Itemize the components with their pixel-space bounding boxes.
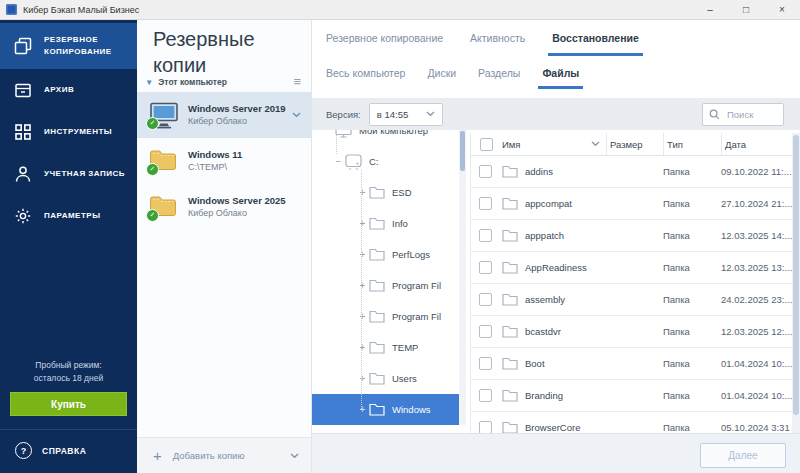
sidebar-item-label: УЧЕТНАЯ ЗАПИСЬ <box>44 168 125 180</box>
close-button[interactable]: × <box>764 0 800 20</box>
file-date: 05.10.2024 3:31 <box>721 422 792 433</box>
tree-scrollbar-thumb[interactable] <box>460 131 465 171</box>
folder-icon: ✓ <box>149 194 179 221</box>
sidebar-item-help[interactable]: ? СПРАВКА <box>0 430 137 473</box>
row-checkbox[interactable] <box>479 357 492 370</box>
backup-list-item[interactable]: ✓Windows Server 2025Кибер Облако <box>137 184 311 230</box>
folder-icon <box>502 357 518 370</box>
sidebar-item[interactable]: УЧЕТНАЯ ЗАПИСЬ <box>0 153 137 195</box>
minimize-button[interactable]: – <box>692 0 728 20</box>
tree-scrollbar[interactable] <box>459 130 466 425</box>
main-tab[interactable]: Активность <box>470 20 525 56</box>
tree-item[interactable]: +Users <box>312 363 459 394</box>
file-name: apppatch <box>525 230 564 241</box>
folder-icon <box>369 279 385 292</box>
sub-tab[interactable]: Весь компьютер <box>326 56 405 89</box>
sidebar-item[interactable]: АРХИВ <box>0 69 137 111</box>
backup-item-name: Windows 11 <box>188 149 242 162</box>
add-backup-button[interactable]: + Добавить копию <box>137 437 311 473</box>
tree-item[interactable]: +Info <box>312 208 459 239</box>
tree-item[interactable]: +Windows <box>312 394 459 425</box>
buy-button[interactable]: Купить <box>10 392 127 416</box>
next-button[interactable]: Далее <box>700 443 786 468</box>
version-dropdown[interactable]: в 14:55 <box>369 103 443 126</box>
expander-plus-icon[interactable]: + <box>356 404 369 415</box>
add-backup-label: Добавить копию <box>173 450 245 461</box>
column-header-date[interactable]: Дата <box>721 133 792 155</box>
row-checkbox[interactable] <box>479 325 492 338</box>
sub-tab[interactable]: Диски <box>427 56 456 89</box>
table-row[interactable]: assemblyПапка24.02.2025 23:... <box>471 284 792 316</box>
file-type: Папка <box>663 230 721 241</box>
row-checkbox[interactable] <box>479 197 492 210</box>
row-checkbox[interactable] <box>479 229 492 242</box>
folder-icon <box>369 341 385 354</box>
folder-icon <box>369 403 385 416</box>
table-row[interactable]: BrandingПапка01.04.2024 10:... <box>471 380 792 412</box>
search-box[interactable] <box>702 103 784 126</box>
file-type: Папка <box>663 294 721 305</box>
table-row[interactable]: addinsПапка09.10.2022 11:... <box>471 156 792 188</box>
folder-icon <box>502 197 518 210</box>
tree-item[interactable]: −C: <box>312 146 459 177</box>
main-tabs: Резервное копированиеАктивностьВосстанов… <box>312 20 800 56</box>
table-scrollbar-thumb[interactable] <box>793 135 799 415</box>
column-header-name[interactable]: Имя <box>499 133 606 155</box>
folder-icon <box>369 217 385 230</box>
backup-item-name: Windows Server 2025 <box>188 195 286 208</box>
folder-icon <box>369 248 385 261</box>
main-tab[interactable]: Резервное копирование <box>326 20 443 56</box>
folder-icon <box>502 261 518 274</box>
sidebar-item[interactable]: РЕЗЕРВНОЕ КОПИРОВАНИЕ <box>0 23 137 69</box>
expander-plus-icon[interactable]: + <box>356 280 369 291</box>
folder-icon <box>369 186 385 199</box>
table-row[interactable]: AppReadinessПапка12.03.2025 13:... <box>471 252 792 284</box>
table-row[interactable]: BrowserCoreПапка05.10.2024 3:31 <box>471 412 792 434</box>
tree-item[interactable]: +TEMP <box>312 332 459 363</box>
maximize-button[interactable]: □ <box>728 0 764 20</box>
table-row[interactable]: bcastdvrПапка12.03.2025 12:... <box>471 316 792 348</box>
tree-item-label: Windows <box>392 404 431 415</box>
select-all-checkbox[interactable] <box>480 138 493 151</box>
backup-list-item[interactable]: ✓Windows Server 2019Кибер Облако <box>137 92 311 138</box>
search-input[interactable] <box>725 108 777 121</box>
table-row[interactable]: BootПапка01.04.2024 10:... <box>471 348 792 380</box>
table-row[interactable]: apppatchПапка12.03.2025 14:... <box>471 220 792 252</box>
trial-status: Пробный режим: осталось 18 дней <box>0 359 137 385</box>
expander-plus-icon[interactable]: + <box>356 311 369 322</box>
sub-tab[interactable]: Файлы <box>542 56 579 89</box>
sidebar-item[interactable]: ПАРАМЕТРЫ <box>0 195 137 237</box>
account-icon <box>13 164 35 184</box>
backup-list-item[interactable]: ✓Windows 11C:\TEMP\ <box>137 138 311 184</box>
expander-plus-icon[interactable]: + <box>356 342 369 353</box>
row-checkbox[interactable] <box>479 261 492 274</box>
help-icon: ? <box>15 442 32 459</box>
chevron-down-icon <box>426 111 435 117</box>
tree-item[interactable]: +PerfLogs <box>312 239 459 270</box>
tree-item[interactable]: +Program Fil <box>312 270 459 301</box>
column-header-type[interactable]: Тип <box>663 133 721 155</box>
column-header-size[interactable]: Размер <box>606 133 663 155</box>
expander-plus-icon[interactable]: + <box>356 187 369 198</box>
tree-item[interactable]: +Program Fil <box>312 301 459 332</box>
computer-icon: ✓ <box>149 102 179 129</box>
row-checkbox[interactable] <box>479 389 492 402</box>
chevron-down-icon[interactable] <box>292 112 301 118</box>
sidebar-item[interactable]: ИНСТРУМЕНТЫ <box>0 111 137 153</box>
row-checkbox[interactable] <box>479 165 492 178</box>
tree-item[interactable]: +ESD <box>312 177 459 208</box>
chevron-down-icon <box>290 453 299 459</box>
expander-minus-icon[interactable]: − <box>332 156 345 167</box>
expander-plus-icon[interactable]: + <box>356 249 369 260</box>
backup-group-header[interactable]: ▾ Этот компьютер ≡ <box>137 72 311 92</box>
row-checkbox[interactable] <box>479 293 492 306</box>
expander-plus-icon[interactable]: + <box>356 218 369 229</box>
file-name: AppReadiness <box>525 262 587 273</box>
table-row[interactable]: appcompatПапка27.10.2024 21:... <box>471 188 792 220</box>
sub-tab[interactable]: Разделы <box>478 56 520 89</box>
file-date: 01.04.2024 10:... <box>721 358 792 369</box>
expander-plus-icon[interactable]: + <box>356 373 369 384</box>
main-tab[interactable]: Восстановление <box>552 20 639 56</box>
table-scrollbar[interactable] <box>792 133 800 434</box>
help-label: СПРАВКА <box>42 446 86 456</box>
